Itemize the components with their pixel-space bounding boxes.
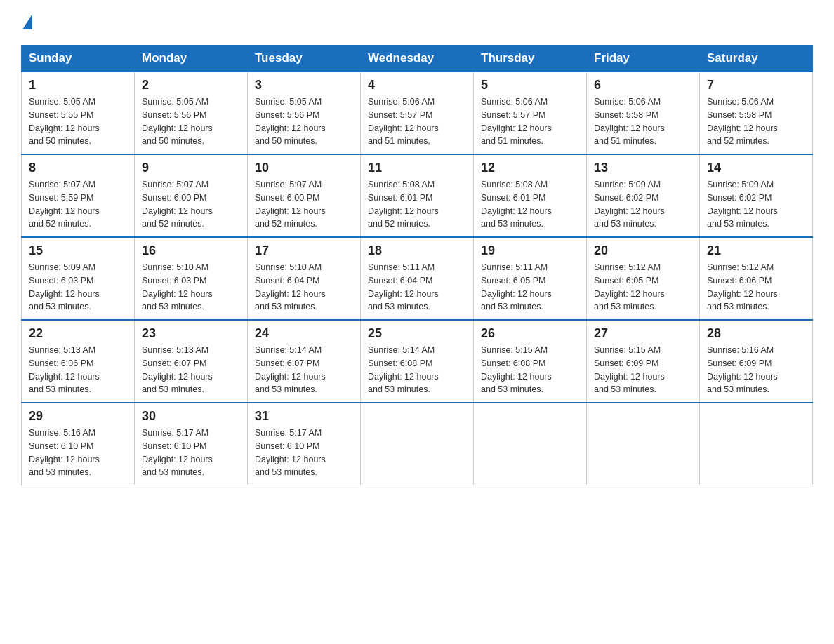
day-info: Sunrise: 5:11 AM Sunset: 6:04 PM Dayligh…: [368, 261, 466, 314]
day-number: 26: [481, 326, 579, 341]
day-info: Sunrise: 5:06 AM Sunset: 5:58 PM Dayligh…: [707, 95, 805, 148]
calendar-cell: 10 Sunrise: 5:07 AM Sunset: 6:00 PM Dayl…: [248, 154, 361, 237]
calendar-week-row: 15 Sunrise: 5:09 AM Sunset: 6:03 PM Dayl…: [22, 237, 813, 320]
calendar-cell: 12 Sunrise: 5:08 AM Sunset: 6:01 PM Dayl…: [474, 154, 587, 237]
calendar-cell: [587, 403, 700, 485]
header-thursday: Thursday: [474, 46, 587, 72]
day-info: Sunrise: 5:17 AM Sunset: 6:10 PM Dayligh…: [142, 427, 240, 479]
calendar-week-row: 29 Sunrise: 5:16 AM Sunset: 6:10 PM Dayl…: [22, 403, 813, 485]
day-info: Sunrise: 5:09 AM Sunset: 6:02 PM Dayligh…: [707, 178, 805, 231]
calendar-cell: 21 Sunrise: 5:12 AM Sunset: 6:06 PM Dayl…: [700, 237, 813, 320]
calendar-cell: 25 Sunrise: 5:14 AM Sunset: 6:08 PM Dayl…: [361, 320, 474, 403]
day-number: 9: [142, 161, 240, 175]
day-info: Sunrise: 5:11 AM Sunset: 6:05 PM Dayligh…: [481, 261, 579, 314]
day-number: 5: [481, 78, 579, 93]
logo: [21, 14, 32, 32]
header-friday: Friday: [587, 46, 700, 72]
calendar-cell: 29 Sunrise: 5:16 AM Sunset: 6:10 PM Dayl…: [22, 403, 135, 485]
calendar-cell: 4 Sunrise: 5:06 AM Sunset: 5:57 PM Dayli…: [361, 72, 474, 154]
header-monday: Monday: [135, 46, 248, 72]
day-number: 15: [29, 243, 127, 258]
day-number: 20: [594, 243, 692, 258]
logo-triangle-icon: [22, 14, 32, 29]
day-info: Sunrise: 5:09 AM Sunset: 6:02 PM Dayligh…: [594, 178, 692, 231]
calendar-cell: 16 Sunrise: 5:10 AM Sunset: 6:03 PM Dayl…: [135, 237, 248, 320]
day-number: 28: [707, 326, 805, 341]
header-tuesday: Tuesday: [248, 46, 361, 72]
day-number: 1: [29, 78, 127, 93]
calendar-cell: 15 Sunrise: 5:09 AM Sunset: 6:03 PM Dayl…: [22, 237, 135, 320]
calendar-cell: 11 Sunrise: 5:08 AM Sunset: 6:01 PM Dayl…: [361, 154, 474, 237]
day-info: Sunrise: 5:06 AM Sunset: 5:57 PM Dayligh…: [368, 95, 466, 148]
day-number: 6: [594, 78, 692, 93]
day-info: Sunrise: 5:12 AM Sunset: 6:06 PM Dayligh…: [707, 261, 805, 314]
day-number: 16: [142, 243, 240, 258]
calendar-cell: [700, 403, 813, 485]
calendar-cell: 9 Sunrise: 5:07 AM Sunset: 6:00 PM Dayli…: [135, 154, 248, 237]
day-number: 31: [255, 409, 353, 424]
calendar-cell: 13 Sunrise: 5:09 AM Sunset: 6:02 PM Dayl…: [587, 154, 700, 237]
day-number: 30: [142, 409, 240, 424]
calendar-cell: 22 Sunrise: 5:13 AM Sunset: 6:06 PM Dayl…: [22, 320, 135, 403]
calendar-cell: 14 Sunrise: 5:09 AM Sunset: 6:02 PM Dayl…: [700, 154, 813, 237]
day-number: 4: [368, 78, 466, 93]
day-number: 22: [29, 326, 127, 341]
day-info: Sunrise: 5:07 AM Sunset: 5:59 PM Dayligh…: [29, 178, 127, 231]
day-info: Sunrise: 5:07 AM Sunset: 6:00 PM Dayligh…: [255, 178, 353, 231]
day-number: 14: [707, 161, 805, 175]
day-number: 27: [594, 326, 692, 341]
day-info: Sunrise: 5:15 AM Sunset: 6:08 PM Dayligh…: [481, 344, 579, 396]
day-info: Sunrise: 5:07 AM Sunset: 6:00 PM Dayligh…: [142, 178, 240, 231]
day-info: Sunrise: 5:09 AM Sunset: 6:03 PM Dayligh…: [29, 261, 127, 314]
day-number: 7: [707, 78, 805, 93]
calendar-cell: 23 Sunrise: 5:13 AM Sunset: 6:07 PM Dayl…: [135, 320, 248, 403]
calendar-week-row: 8 Sunrise: 5:07 AM Sunset: 5:59 PM Dayli…: [22, 154, 813, 237]
logo-blue-part: [21, 14, 32, 32]
day-info: Sunrise: 5:06 AM Sunset: 5:58 PM Dayligh…: [594, 95, 692, 148]
day-number: 19: [481, 243, 579, 258]
day-number: 18: [368, 243, 466, 258]
header-sunday: Sunday: [22, 46, 135, 72]
calendar-cell: 8 Sunrise: 5:07 AM Sunset: 5:59 PM Dayli…: [22, 154, 135, 237]
calendar-cell: 6 Sunrise: 5:06 AM Sunset: 5:58 PM Dayli…: [587, 72, 700, 154]
header-wednesday: Wednesday: [361, 46, 474, 72]
day-info: Sunrise: 5:16 AM Sunset: 6:09 PM Dayligh…: [707, 344, 805, 396]
day-info: Sunrise: 5:06 AM Sunset: 5:57 PM Dayligh…: [481, 95, 579, 148]
day-info: Sunrise: 5:17 AM Sunset: 6:10 PM Dayligh…: [255, 427, 353, 479]
calendar-cell: 27 Sunrise: 5:15 AM Sunset: 6:09 PM Dayl…: [587, 320, 700, 403]
day-number: 10: [255, 161, 353, 175]
day-info: Sunrise: 5:08 AM Sunset: 6:01 PM Dayligh…: [481, 178, 579, 231]
day-info: Sunrise: 5:13 AM Sunset: 6:07 PM Dayligh…: [142, 344, 240, 396]
calendar-cell: 2 Sunrise: 5:05 AM Sunset: 5:56 PM Dayli…: [135, 72, 248, 154]
day-number: 13: [594, 161, 692, 175]
day-info: Sunrise: 5:05 AM Sunset: 5:56 PM Dayligh…: [255, 95, 353, 148]
page-header: [21, 14, 813, 32]
calendar-cell: 19 Sunrise: 5:11 AM Sunset: 6:05 PM Dayl…: [474, 237, 587, 320]
day-number: 17: [255, 243, 353, 258]
calendar-cell: 20 Sunrise: 5:12 AM Sunset: 6:05 PM Dayl…: [587, 237, 700, 320]
day-info: Sunrise: 5:08 AM Sunset: 6:01 PM Dayligh…: [368, 178, 466, 231]
calendar-cell: 5 Sunrise: 5:06 AM Sunset: 5:57 PM Dayli…: [474, 72, 587, 154]
day-number: 8: [29, 161, 127, 175]
calendar-cell: 3 Sunrise: 5:05 AM Sunset: 5:56 PM Dayli…: [248, 72, 361, 154]
day-number: 12: [481, 161, 579, 175]
calendar-cell: [361, 403, 474, 485]
calendar-cell: 31 Sunrise: 5:17 AM Sunset: 6:10 PM Dayl…: [248, 403, 361, 485]
day-info: Sunrise: 5:14 AM Sunset: 6:07 PM Dayligh…: [255, 344, 353, 396]
calendar-week-row: 1 Sunrise: 5:05 AM Sunset: 5:55 PM Dayli…: [22, 72, 813, 154]
day-number: 25: [368, 326, 466, 341]
calendar-cell: [474, 403, 587, 485]
day-number: 2: [142, 78, 240, 93]
day-number: 29: [29, 409, 127, 424]
day-number: 24: [255, 326, 353, 341]
calendar-cell: 28 Sunrise: 5:16 AM Sunset: 6:09 PM Dayl…: [700, 320, 813, 403]
day-info: Sunrise: 5:10 AM Sunset: 6:04 PM Dayligh…: [255, 261, 353, 314]
calendar-table: SundayMondayTuesdayWednesdayThursdayFrid…: [21, 45, 813, 485]
day-number: 23: [142, 326, 240, 341]
day-info: Sunrise: 5:13 AM Sunset: 6:06 PM Dayligh…: [29, 344, 127, 396]
day-number: 11: [368, 161, 466, 175]
day-number: 3: [255, 78, 353, 93]
calendar-cell: 18 Sunrise: 5:11 AM Sunset: 6:04 PM Dayl…: [361, 237, 474, 320]
day-number: 21: [707, 243, 805, 258]
calendar-header-row: SundayMondayTuesdayWednesdayThursdayFrid…: [22, 46, 813, 72]
